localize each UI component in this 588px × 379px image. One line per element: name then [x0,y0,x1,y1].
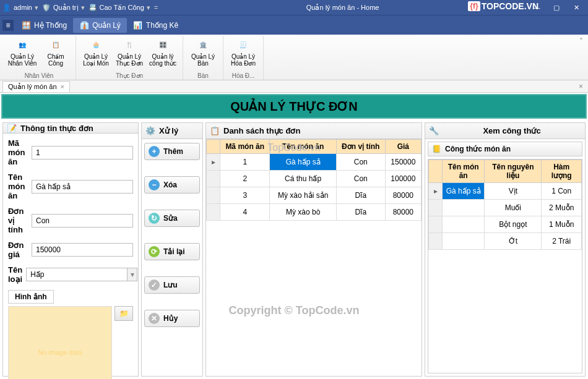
table-row[interactable]: Ớt2 Trái [429,233,582,250]
ribbon-group-label: Hóa Đ... [227,72,259,80]
cell-ma: 4 [220,204,270,221]
table-row[interactable]: 3Mỳ xào hải sảnDĩa80000 [207,187,422,204]
ribbon-Quản-Lý-Bàn[interactable]: 🏛️Quản Lý Bàn [187,36,219,72]
action-Sửa[interactable]: ↻Sửa [144,210,200,227]
cell-gia: 150000 [385,154,421,171]
col-header[interactable]: Tên món ăn [443,160,485,183]
form-icon: 📝 [7,123,17,133]
action-Thêm[interactable]: +Thêm [144,143,200,160]
menu-bar: ≡ 🪟Hệ Thống👔Quản Lý📊Thống Kê [0,15,588,35]
name-label: Cao Tấn Công [100,4,144,12]
action-Lưu[interactable]: ✓Lưu [144,276,200,294]
menu-label: Hệ Thống [34,21,67,30]
col-header[interactable]: Giá [385,140,421,154]
action-icon: ↻ [149,213,160,224]
loai-select[interactable] [26,268,128,281]
ribbon-Quản-Lý-Nhân-Viên[interactable]: 👥Quản Lý Nhân Viên [6,36,38,72]
col-header[interactable]: Hàm lượng [542,160,582,183]
gears-icon: ⚙️ [145,126,155,136]
note-icon: 📒 [432,145,441,153]
gia-input[interactable] [32,243,133,257]
cell-ten: Cá thu hấp [270,171,336,187]
ribbon-Quản-Lý-Loại-Món[interactable]: 🧁Quản Lý Loại Món [80,36,112,72]
ribbon-collapse-icon[interactable]: ˄ [577,37,586,46]
img-label: Hình ảnh [8,290,54,304]
cell-ma: 1 [220,154,270,171]
cell-gia: 100000 [385,171,421,187]
table-row[interactable]: Muối2 Muỗn [429,200,582,216]
menu-table[interactable]: Mã món ănTên món ănĐơn vị tínhGiá▸1Gà hấ… [206,139,422,221]
user-icon: 👤 [2,4,11,12]
ribbon-label: Quản Lý Bàn [188,53,218,67]
col-header[interactable]: Mã món ăn [220,140,270,154]
ribbon-toolbar: 👥Quản Lý Nhân Viên📋Chấm CôngNhân Viên🧁Qu… [0,35,588,80]
actions-panel: ⚙️ Xử lý +Thêm−Xóa↻Sửa⟳Tải lại✓Lưu✕Hủy [141,122,203,377]
menu-icon: 👔 [79,20,89,30]
row-indicator [207,204,220,221]
table-row[interactable]: 4Mỳ xào bòDĩa80000 [207,204,422,221]
ribbon-Chấm-Công[interactable]: 📋Chấm Công [40,36,72,72]
action-label: Hủy [163,314,178,323]
cell-ten [443,216,485,233]
cell-nl: Bột ngọt [485,216,542,233]
action-Xóa[interactable]: −Xóa [144,176,200,194]
table-row[interactable]: ▸Gà hấp sảVịt1 Con [429,183,582,200]
menu-label: Quản Lý [92,21,121,30]
document-tab[interactable]: Quản lý món ăn × [2,81,70,92]
cell-nl: Vịt [485,183,542,200]
menu-item-Thống Kê[interactable]: 📊Thống Kê [127,18,184,33]
col-header[interactable]: Tên nguyên liệu [485,160,542,183]
maximize-button[interactable]: ▢ [547,1,566,14]
menu-icon: 📊 [133,20,143,30]
row-indicator [429,216,443,233]
browse-image-button[interactable]: 📁 [115,306,133,321]
dvt-input[interactable] [32,214,133,228]
page-title: QUẢN LÝ THỰC ĐƠN [1,94,587,119]
col-header[interactable]: Đơn vị tính [336,140,385,154]
cell-ma: 2 [220,171,270,187]
action-icon: ⟳ [149,246,160,257]
menu-item-Quản Lý[interactable]: 👔Quản Lý [73,18,127,33]
action-Tải lại[interactable]: ⟳Tải lại [144,243,200,260]
cell-ten: Mỳ xào bò [270,204,336,221]
recipe-subtitle: Công thức món ăn [445,145,511,153]
ma-input[interactable] [32,146,133,160]
cell-ten: Gà hấp sả [443,183,485,200]
brand-watermark: {f}TOPCODE.VN [468,1,538,11]
ribbon-icon: 👥 [15,37,30,52]
ribbon-label: Chấm Công [41,53,71,67]
ribbon-Quản-Lý-Hóa-Đơn[interactable]: 🧾Quản Lý Hóa Đơn [227,36,259,72]
recipe-table[interactable]: Tên món ănTên nguyên liệuHàm lượng▸Gà hấ… [428,160,582,250]
close-button[interactable]: ✕ [567,1,586,14]
table-row[interactable]: Bột ngọt1 Muỗn [429,216,582,233]
action-Hủy[interactable]: ✕Hủy [144,310,200,327]
table-row[interactable]: 2Cá thu hấpCon100000 [207,171,422,187]
form-panel: 📝 Thông tin thực đơn Mã món ăn Tên món ă… [2,122,139,377]
cell-hl: 1 Con [542,183,582,200]
action-icon: ✕ [149,313,160,324]
table-row[interactable]: ▸1Gà hấp sảCon150000 [207,154,422,171]
wrench-icon: 🔧 [429,126,439,136]
document-tab-bar: Quản lý món ăn × × [0,80,588,93]
role-icon: 🛡️ [42,4,51,12]
ribbon-Quản-Lý-Thực-Đơn[interactable]: 🍴Quản Lý Thực Đơn [113,36,145,72]
col-header[interactable]: Tên món ăn [270,140,336,154]
action-label: Lưu [163,281,178,289]
document-close-icon[interactable]: × [576,82,586,91]
ribbon-Quản-lý-công-thức[interactable]: 🎛️Quản lý công thức [147,36,179,72]
tab-close-icon[interactable]: × [61,83,64,90]
clipboard-icon: 📋 [210,126,220,136]
row-indicator: ▸ [207,154,220,171]
dvt-label: Đơn vị tính [8,207,28,234]
menu-lead-icon[interactable]: ≡ [2,20,14,31]
cell-ten: Gà hấp sả [270,154,336,171]
document-tab-label: Quản lý món ăn [8,83,57,91]
cell-nl: Muối [485,200,542,216]
loai-label: Tên loại [8,265,22,284]
cell-gia: 80000 [385,204,421,221]
ten-input[interactable] [32,180,133,194]
dropdown-icon[interactable]: ▾ [128,268,137,281]
ribbon-icon: 🎛️ [155,37,170,52]
menu-item-Hệ Thống[interactable]: 🪟Hệ Thống [15,18,73,33]
gia-label: Đơn giá [8,241,28,259]
